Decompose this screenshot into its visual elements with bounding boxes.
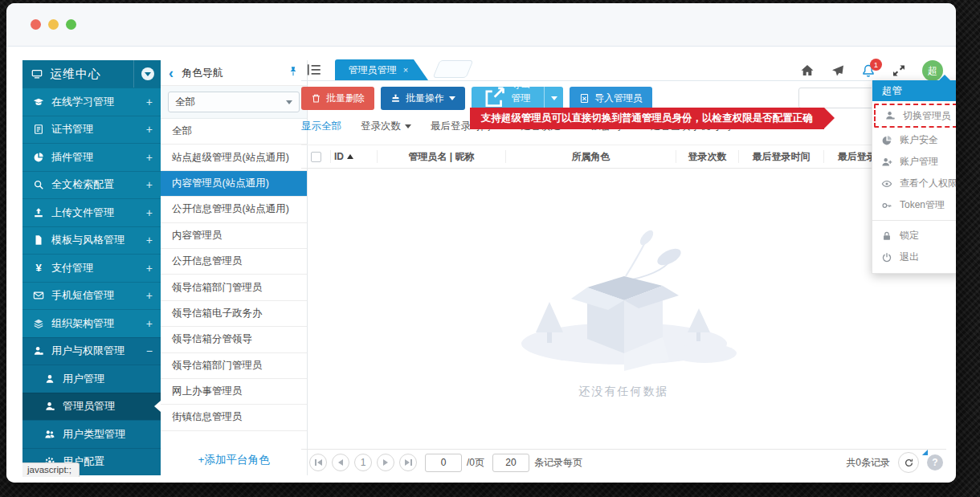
prev-page-button[interactable] [332,454,349,471]
page-size-input[interactable] [492,454,529,472]
expand-toggle[interactable]: + [146,234,153,246]
select-all-checkbox[interactable] [311,152,321,162]
import-admins-button[interactable]: 导入管理员 [570,87,652,110]
expand-toggle[interactable]: + [146,123,153,136]
sidebar-collapse-button[interactable] [133,60,161,88]
chevron-down-circle-icon [141,67,154,80]
menu-item-lock[interactable]: 锁定 [872,225,956,246]
role-item[interactable]: 内容管理员 [161,223,307,249]
paper-plane-icon[interactable] [831,63,845,78]
close-window-button[interactable] [31,19,41,30]
role-navigation-panel: ‹ 角色导航 全部 全部 站点超级管理员(站点通用) 内容管理员(站点通用) 公… [161,60,308,475]
page-number-input[interactable] [425,454,462,472]
sort-asc-icon [347,154,353,159]
role-item[interactable]: 领导信箱部门管理员 [161,275,307,300]
filter-login-count[interactable]: 登录次数 [361,120,411,133]
role-item[interactable]: 领导信箱分管领导 [161,327,307,352]
role-item[interactable]: 网上办事管理员 [161,379,307,405]
table-header: ID 管理员名 | 昵称 所属角色 登录次数 最后登录时间 最后登录IP 强密码 [301,145,946,169]
pie-chart-icon [32,151,45,164]
page-total-label: /0页 [467,456,484,470]
filter-show-all[interactable]: 显示全部 [301,120,341,133]
next-page-button[interactable] [377,454,394,471]
expand-toggle[interactable]: + [146,317,153,330]
batch-delete-button[interactable]: 批量删除 [301,87,374,110]
role-item[interactable]: 街镇信息管理员 [161,405,307,430]
export-admins-button[interactable]: 导出管理员 [472,87,544,110]
sidebar-item-certificates[interactable]: 证书管理 + [22,116,161,144]
notifications-bell-icon[interactable]: 1 [861,63,876,78]
menu-item-switch-admin[interactable]: 切换管理员 [876,105,956,126]
menu-item-view-permissions[interactable]: 查看个人权限 [872,173,956,194]
export-admins-split-button[interactable]: 导出管理员 [472,87,563,110]
sidebar-item-fulltext-search[interactable]: 全文检索配置 + [22,171,161,199]
sidebar-item-templates[interactable]: 模板与风格管理 + [22,226,161,255]
role-item[interactable]: 领导信箱电子政务办 [161,301,307,327]
role-filter-select[interactable]: 全部 [168,92,300,112]
sidebar-item-sms[interactable]: 手机短信管理 + [22,282,161,310]
close-tab-icon[interactable]: × [403,65,408,75]
menu-item-account-security[interactable]: 账户安全 [872,129,956,151]
role-item-active[interactable]: 内容管理员(站点通用) [161,171,307,197]
minimize-window-button[interactable] [48,19,59,30]
sidebar-subitem-user-management[interactable]: 用户管理 [22,365,161,393]
last-page-button[interactable] [399,454,417,471]
browser-status-tooltip: javascript:; [22,462,80,477]
expand-toggle[interactable]: + [146,151,153,164]
sidebar-subitem-user-types[interactable]: 用户类型管理 [22,420,161,448]
sidebar-item-online-learning[interactable]: 在线学习管理 + [22,88,161,116]
upload-icon [32,206,45,219]
topbar-icons: 1 超 [800,60,943,81]
column-last-login-time: 最后登录时间 [738,150,823,163]
expand-toggle[interactable]: + [146,96,153,108]
zoom-window-button[interactable] [66,19,76,30]
toggle-panel-icon[interactable] [306,63,322,77]
sidebar-item-upload-files[interactable]: 上传文件管理 + [22,198,161,226]
role-item[interactable]: 领导信箱部门管理员 [161,353,307,379]
sidebar-item-plugins[interactable]: 插件管理 + [22,143,161,171]
search-icon [32,178,45,191]
menu-item-logout[interactable]: 退出 [872,246,956,268]
expand-toggle[interactable]: + [146,289,153,302]
add-platform-role-link[interactable]: +添加平台角色 [161,453,307,467]
file-icon [32,234,45,246]
first-page-button[interactable] [309,454,327,471]
collapse-toggle[interactable]: − [146,344,153,357]
sidebar-subitem-admin-management[interactable]: 管理员管理 [22,393,161,421]
tab-bar: 管理员管理 × 1 [301,60,946,81]
fullscreen-icon[interactable] [892,63,906,78]
envelope-icon [32,289,45,302]
pin-icon[interactable] [288,66,299,79]
role-nav-title: 角色导航 [182,66,288,80]
menu-item-account-management[interactable]: 账户管理 [872,151,956,173]
key-icon [880,199,893,212]
role-item[interactable]: 公开信息管理员 [161,249,307,275]
sidebar-item-users-permissions[interactable]: 用户与权限管理 − [22,337,161,365]
sidebar-item-payments[interactable]: ¥ 支付管理 + [22,254,161,282]
role-item[interactable]: 公开信息管理员(站点通用) [161,197,307,222]
batch-operations-button[interactable]: 批量操作 [381,87,465,110]
sidebar-header: 运维中心 [22,60,161,88]
role-item[interactable]: 全部 [161,119,307,145]
current-page-button[interactable]: 1 [354,454,372,471]
sidebar-item-org-structure[interactable]: 组织架构管理 + [22,309,161,337]
export-dropdown-button[interactable] [544,87,563,110]
expand-toggle[interactable]: + [146,262,153,275]
shield-pie-icon [880,134,893,147]
help-icon[interactable]: ? [927,454,943,471]
home-icon[interactable] [800,63,815,78]
power-icon [880,251,893,264]
certificate-icon [32,123,45,136]
refresh-button[interactable] [898,452,919,473]
empty-box-illustration [504,225,745,373]
monitor-icon [31,67,43,80]
expand-toggle[interactable]: + [146,178,153,191]
role-item[interactable]: 站点超级管理员(站点通用) [161,145,307,170]
collapse-panel-button[interactable]: ‹ [169,66,174,80]
role-filter-area: 全部 [161,86,307,119]
tab-admin-management[interactable]: 管理员管理 × [335,59,428,80]
column-id[interactable]: ID [330,150,377,163]
import-file-icon [579,93,590,104]
menu-item-token-management[interactable]: Token管理 [872,194,956,216]
expand-toggle[interactable]: + [146,206,153,219]
